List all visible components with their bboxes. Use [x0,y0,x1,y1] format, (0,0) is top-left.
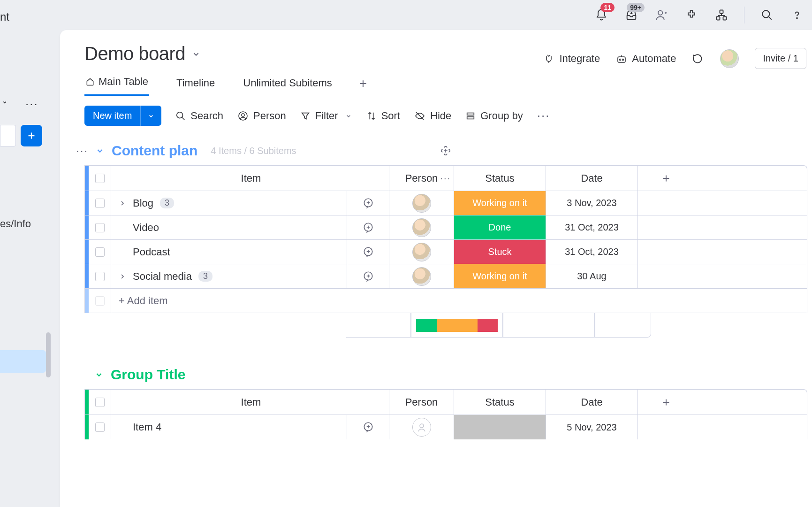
new-item-button[interactable]: New item [84,106,161,126]
group-collapse-icon[interactable] [95,146,105,156]
invite-members-icon[interactable] [654,8,669,23]
row-checkbox[interactable] [95,272,105,281]
sidebar-item-fragment[interactable]: es/Info [0,218,31,230]
toolbar-more-icon[interactable]: ··· [537,108,550,123]
open-updates-icon[interactable] [347,191,389,215]
date-cell[interactable]: 30 Aug [546,264,637,288]
select-all-cell [89,166,111,191]
person-cell[interactable] [389,415,454,439]
person-avatar [412,218,431,237]
toolbar-search[interactable]: Search [175,110,223,122]
tab-timeline[interactable]: Timeline [175,72,216,96]
workspaces-icon[interactable] [714,8,729,23]
row-checkbox[interactable] [95,247,105,257]
date-cell[interactable]: 5 Nov, 2023 [546,415,637,439]
notifications-badge: 11 [600,3,615,12]
item-name-cell[interactable]: Podcast [111,240,347,264]
board-owner-avatar[interactable] [720,49,739,68]
sidebar-scrollbar[interactable] [46,332,51,377]
add-item-row[interactable]: + Add item [85,289,807,313]
help-icon[interactable] [789,8,804,23]
header-left-fragment: nt [0,10,9,23]
group-summary-row [84,313,807,338]
open-updates-icon[interactable] [347,240,389,264]
toolbar-sort[interactable]: Sort [366,110,400,122]
person-cell[interactable] [389,215,454,239]
tab-unlimited-subitems[interactable]: Unlimited Subitems [242,72,333,96]
column-header-date[interactable]: Date [546,166,637,191]
drag-handle-icon[interactable] [440,146,451,156]
item-name-cell[interactable]: Video [111,215,347,239]
notifications-icon[interactable]: 11 [594,8,609,23]
person-cell[interactable] [389,191,454,215]
board-title[interactable]: Demo board [84,43,185,64]
integrate-button[interactable]: Integrate [543,53,600,65]
item-name-cell[interactable]: Social media 3 [111,264,347,288]
board-discussion-icon[interactable] [692,53,704,65]
row-checkbox[interactable] [95,422,105,432]
add-column-button[interactable] [637,390,694,415]
date-cell[interactable]: 31 Oct, 2023 [546,215,637,239]
status-cell[interactable]: Working on it [454,191,546,215]
group-title[interactable]: Content plan [112,143,197,159]
select-all-checkbox[interactable] [95,398,105,407]
sidebar-collapse-icon[interactable] [0,97,9,108]
add-column-button[interactable] [637,166,694,191]
add-item-input[interactable]: + Add item [111,289,389,313]
column-header-person[interactable]: Person [389,390,454,415]
item-name: Blog [133,197,153,209]
sidebar-add-button[interactable] [21,125,42,146]
open-updates-icon[interactable] [347,264,389,288]
expand-subitems-icon[interactable] [119,273,126,280]
group-title[interactable]: Group Title [111,367,185,383]
toolbar-group-by[interactable]: Group by [465,110,523,122]
column-header-status[interactable]: Status [454,166,546,191]
group-group-title: Group Title Item Person Status Date Item… [60,359,812,439]
column-header-item[interactable]: Item [111,390,389,415]
row-checkbox[interactable] [95,296,105,306]
column-header-date[interactable]: Date [546,390,637,415]
tab-main-table[interactable]: Main Table [84,71,149,96]
board-title-chevron-icon[interactable] [191,49,201,59]
toolbar-hide[interactable]: Hide [414,110,451,122]
add-view-button[interactable]: + [359,76,367,96]
automate-button[interactable]: Automate [616,53,676,65]
sidebar-active-item[interactable] [0,350,46,373]
toolbar-filter[interactable]: Filter [300,110,352,122]
column-more-icon[interactable]: ··· [440,173,451,184]
sidebar-more-icon[interactable]: ··· [25,97,38,111]
item-name-cell[interactable]: Blog 3 [111,191,347,215]
row-checkbox[interactable] [95,223,105,232]
group-more-icon[interactable]: ··· [76,144,88,157]
svg-point-9 [177,112,183,118]
inbox-icon[interactable]: 99+ [624,8,639,23]
search-icon[interactable] [759,8,774,23]
person-cell[interactable] [389,264,454,288]
status-cell[interactable] [454,415,546,439]
status-cell[interactable]: Done [454,215,546,239]
status-cell[interactable]: Working on it [454,264,546,288]
open-updates-icon[interactable] [347,215,389,239]
svg-rect-6 [618,57,625,62]
date-cell[interactable]: 31 Oct, 2023 [546,240,637,264]
status-cell[interactable]: Stuck [454,240,546,264]
row-checkbox[interactable] [95,199,105,208]
date-cell[interactable]: 3 Nov, 2023 [546,191,637,215]
apps-icon[interactable] [684,8,699,23]
column-header-person[interactable]: Person ··· [389,166,454,191]
expand-subitems-icon[interactable] [119,200,126,207]
invite-button[interactable]: Invite / 1 [755,48,806,69]
select-all-checkbox[interactable] [95,174,105,183]
sidebar-search-fragment[interactable] [0,125,16,146]
row-extra-cell [637,240,694,264]
open-updates-icon[interactable] [347,415,389,439]
table-header-row: Item Person Status Date [85,390,807,415]
group-collapse-icon[interactable] [94,369,104,380]
new-item-dropdown-icon[interactable] [140,106,161,126]
column-header-item[interactable]: Item [111,166,389,191]
toolbar-person[interactable]: Person [237,110,286,122]
item-name: Item 4 [133,421,161,433]
column-header-status[interactable]: Status [454,390,546,415]
item-name-cell[interactable]: Item 4 [111,415,347,439]
person-cell[interactable] [389,240,454,264]
